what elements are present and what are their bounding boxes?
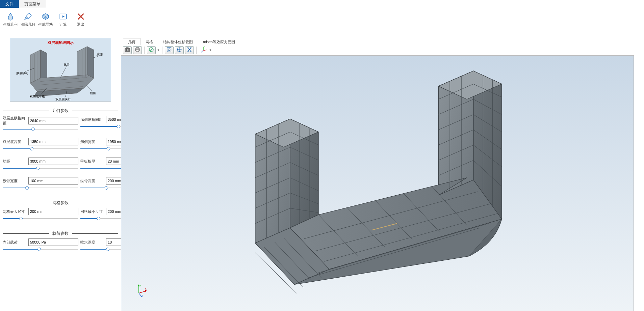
tab-geometry[interactable]: 几何: [123, 38, 140, 45]
axis-toggle-button[interactable]: yx: [199, 46, 208, 54]
svg-marker-2: [41, 50, 47, 82]
dropdown-caret-icon[interactable]: ▼: [157, 49, 160, 52]
tab-mesh[interactable]: 网格: [140, 38, 158, 45]
view-tabs: 几何 网格 结构整体位移云图 mises等效应力云图: [121, 38, 634, 45]
viewport-panel: 几何 网格 结构整体位移云图 mises等效应力云图 ▼ yx ▼: [121, 38, 644, 311]
input-db-girder-spacing[interactable]: [28, 117, 78, 124]
tab-displacement[interactable]: 结构整体位移云图: [158, 38, 198, 45]
section-load: 载荷参数: [3, 231, 118, 236]
label-draft: 吃水深度: [80, 240, 105, 245]
no-entry-icon: [149, 47, 154, 53]
diagram-label-side-girder: 舷侧纵桁: [16, 72, 28, 75]
label-db-girder-spacing: 双层底纵桁间距: [3, 116, 27, 126]
section-geometry: 几何参数: [3, 108, 118, 114]
tab-mises[interactable]: mises等效应力云图: [198, 38, 240, 45]
cross-arrows-icon: [187, 47, 192, 53]
slider-frame-spacing[interactable]: [3, 166, 78, 170]
label-frame-spacing: 肋距: [3, 159, 27, 164]
gen-mesh-button[interactable]: 生成网格: [38, 9, 53, 29]
diagram-label-frame-spacing: 肋距: [90, 91, 96, 95]
rotate-button[interactable]: [185, 46, 194, 54]
zoom-box-icon: [166, 47, 172, 53]
pan-button[interactable]: [175, 46, 184, 54]
move-arrows-icon: [177, 47, 182, 53]
clear-geometry-button[interactable]: 清除几何: [20, 9, 36, 29]
axis-icon: yx: [200, 46, 207, 54]
drop-shape-icon: [6, 12, 15, 21]
svg-text:Z: Z: [141, 294, 143, 297]
cube-mesh-icon: [41, 12, 50, 21]
section-mesh: 网格参数: [3, 200, 118, 206]
input-db-height[interactable]: [28, 138, 78, 145]
printer-icon: [135, 47, 140, 53]
svg-point-23: [126, 49, 128, 51]
label-side-width: 舷侧宽度: [80, 139, 105, 144]
ribbon-toolbar: 生成几何 清除几何 生成网格 计算 退出: [0, 8, 644, 31]
axis-gizmo: Y X Z: [135, 284, 148, 297]
broom-icon: [23, 12, 33, 21]
slider-stiff-width[interactable]: [3, 186, 78, 190]
slider-db-height[interactable]: [3, 147, 78, 151]
clear-geometry-label: 清除几何: [21, 22, 35, 27]
menu-page[interactable]: 页面菜单: [19, 0, 46, 8]
parameter-panel: 双层底船段图示: [0, 38, 121, 311]
gen-mesh-label: 生成网格: [38, 22, 53, 27]
diagram-label-stiffener: 纵骨: [64, 63, 70, 66]
print-button[interactable]: [133, 46, 142, 54]
input-stiff-width[interactable]: [28, 177, 78, 185]
cancel-button[interactable]: [147, 46, 156, 54]
svg-line-29: [150, 48, 153, 51]
svg-text:Y: Y: [139, 284, 141, 287]
input-frame-spacing[interactable]: [28, 158, 78, 165]
play-frame-icon: [58, 12, 68, 21]
diagram-label-side: 舷侧: [97, 53, 103, 56]
svg-line-21: [85, 85, 92, 91]
hull-model: [121, 56, 634, 311]
menu-file[interactable]: 文件: [0, 0, 19, 8]
label-side-girder-spacing: 舷侧纵桁间距: [80, 117, 105, 122]
label-stiff-width: 纵骨宽度: [3, 178, 27, 183]
label-internal-load: 内部载荷: [3, 240, 27, 245]
reference-diagram: 双层底船段图示: [10, 38, 111, 102]
label-stiff-height: 纵骨高度: [80, 178, 105, 183]
input-mesh-max[interactable]: [28, 208, 78, 215]
zoom-fit-button[interactable]: [165, 46, 174, 54]
diagram-title: 双层底船段图示: [48, 40, 74, 45]
svg-rect-24: [126, 48, 128, 49]
exit-label: 退出: [77, 22, 84, 27]
svg-rect-27: [136, 50, 139, 52]
slider-internal-load[interactable]: [3, 247, 78, 251]
label-mesh-min: 网格最小尺寸: [80, 209, 105, 214]
label-deck-thick: 甲板板厚: [80, 159, 105, 164]
dropdown-caret-icon[interactable]: ▼: [209, 49, 212, 52]
diagram-label-db-girder: 双层底纵桁: [55, 97, 71, 101]
svg-line-36: [201, 50, 203, 52]
diagram-label-db-deck: 双层底甲板: [30, 95, 45, 98]
label-mesh-max: 网格最大尺寸: [3, 209, 27, 214]
slider-mesh-max[interactable]: [3, 217, 78, 221]
svg-marker-4: [87, 47, 94, 78]
menu-bar: 文件 页面菜单: [0, 0, 644, 8]
gen-geometry-label: 生成几何: [3, 22, 18, 27]
svg-marker-98: [145, 290, 147, 292]
svg-marker-1: [30, 50, 41, 83]
svg-line-32: [170, 50, 171, 51]
close-x-icon: [76, 12, 85, 21]
svg-text:X: X: [145, 288, 147, 290]
svg-rect-26: [136, 48, 139, 49]
camera-icon: [125, 47, 130, 53]
svg-text:y: y: [204, 46, 205, 48]
input-internal-load[interactable]: [28, 238, 78, 246]
label-db-height: 双层底高度: [3, 139, 27, 144]
svg-text:x: x: [206, 49, 207, 51]
gen-geometry-button[interactable]: 生成几何: [3, 9, 18, 29]
3d-viewport[interactable]: Y X Z: [121, 55, 634, 311]
svg-line-97: [139, 291, 146, 293]
screenshot-button[interactable]: [123, 46, 132, 54]
compute-label: 计算: [59, 22, 67, 27]
svg-line-18: [60, 66, 67, 78]
compute-button[interactable]: 计算: [55, 9, 71, 29]
slider-db-girder-spacing[interactable]: [3, 127, 78, 131]
view-toolbar: ▼ yx ▼: [121, 45, 634, 55]
exit-button[interactable]: 退出: [73, 9, 88, 29]
